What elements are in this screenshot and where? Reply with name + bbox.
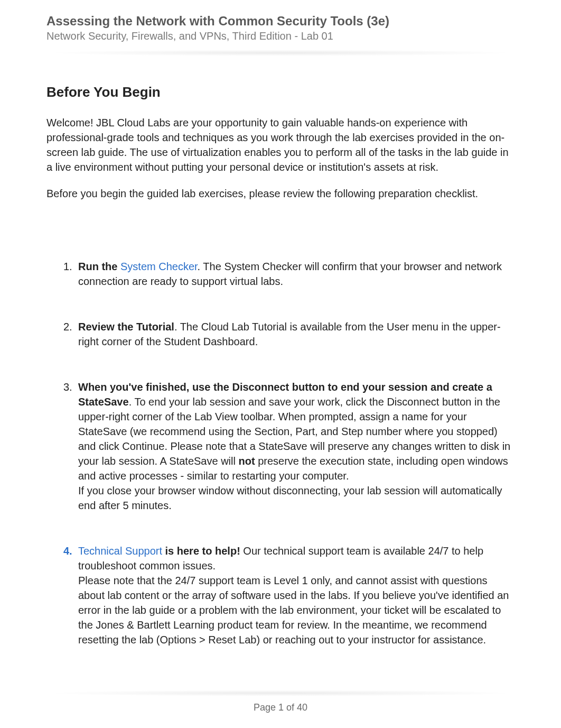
checklist-item-3: 3. When you've finished, use the Disconn…: [78, 380, 515, 513]
item-text-continued: Please note that the 24/7 support team i…: [78, 575, 509, 646]
checklist-item-4: 4. Technical Support is here to help! Ou…: [78, 543, 515, 647]
document-title: Assessing the Network with Common Securi…: [46, 13, 515, 29]
item-number: 1.: [63, 259, 72, 274]
intro-paragraph-2: Before you begin the guided lab exercise…: [46, 186, 515, 201]
document-header: Assessing the Network with Common Securi…: [46, 13, 515, 52]
item-text-continued: If you close your browser window without…: [78, 485, 502, 511]
intro-paragraph-1: Welcome! JBL Cloud Labs are your opportu…: [46, 115, 515, 174]
item-bold-not: not: [239, 455, 255, 467]
checklist-item-2: 2. Review the Tutorial. The Cloud Lab Tu…: [78, 319, 515, 349]
section-heading: Before You Begin: [46, 84, 515, 100]
item-number: 2.: [63, 319, 72, 334]
item-bold-prefix: Run the: [78, 261, 120, 272]
item-bold-prefix: Review the Tutorial: [78, 321, 174, 333]
document-content: Before You Begin Welcome! JBL Cloud Labs…: [46, 84, 515, 647]
footer-divider: [46, 690, 515, 696]
item-number: 4.: [63, 543, 72, 558]
technical-support-link[interactable]: Technical Support: [78, 545, 162, 557]
page-number: Page 1 of 40: [0, 702, 561, 713]
preparation-checklist: 1. Run the System Checker. The System Ch…: [46, 259, 515, 647]
document-subtitle: Network Security, Firewalls, and VPNs, T…: [46, 30, 515, 42]
item-bold-mid: is here to help!: [162, 545, 240, 557]
checklist-item-1: 1. Run the System Checker. The System Ch…: [78, 259, 515, 289]
item-number: 3.: [63, 380, 72, 394]
system-checker-link[interactable]: System Checker: [120, 261, 198, 272]
